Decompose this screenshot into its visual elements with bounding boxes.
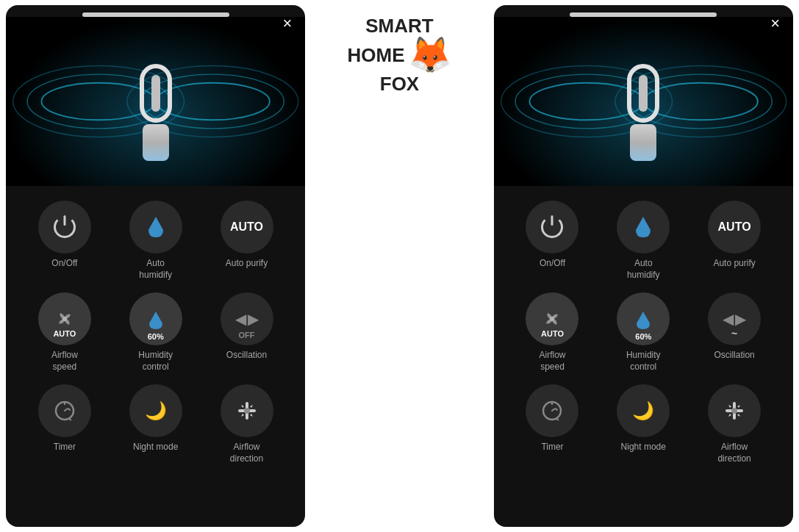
moon-icon-right: 🌙 bbox=[632, 400, 654, 421]
svg-point-27 bbox=[731, 408, 737, 414]
svg-point-13 bbox=[244, 408, 250, 414]
control-airflow-speed-left: AUTO Airflowspeed bbox=[28, 292, 101, 373]
control-oscillation-right: ◀ ▶ ~ Oscillation bbox=[698, 292, 771, 373]
oscillation-label-right: Oscillation bbox=[714, 350, 754, 362]
water-icon-left bbox=[147, 215, 165, 239]
control-timer-right: Timer bbox=[516, 384, 590, 464]
osc-icon-left: ◀ ▶ bbox=[235, 310, 259, 328]
control-auto-purify-right: AUTO Auto purify bbox=[698, 201, 771, 281]
fan-icon-left bbox=[54, 309, 75, 329]
humidity-button-right[interactable]: 60% bbox=[617, 292, 670, 345]
humidity-water-icon-left bbox=[148, 310, 164, 331]
timer-button-left[interactable] bbox=[38, 384, 91, 437]
auto-purify-label-right: Auto purify bbox=[713, 258, 755, 270]
humidity-val-left: 60% bbox=[129, 332, 182, 341]
auto-purify-button-right[interactable]: AUTO bbox=[708, 201, 761, 254]
moon-icon-left: 🌙 bbox=[145, 400, 167, 421]
humidity-label-left: Humiditycontrol bbox=[138, 350, 173, 373]
airflow-dir-button-right[interactable] bbox=[708, 384, 761, 437]
power-label-left: On/Off bbox=[51, 258, 77, 270]
device-image-right bbox=[494, 17, 793, 186]
control-airflow-dir-right: Airflowdirection bbox=[698, 384, 771, 464]
control-power-right: On/Off bbox=[516, 201, 590, 281]
water-icon-right bbox=[634, 215, 652, 239]
airflow-speed-button-right[interactable]: AUTO bbox=[526, 292, 578, 345]
control-auto-purify-left: AUTO Auto purify bbox=[210, 201, 284, 281]
oscillation-val-right: ~ bbox=[708, 328, 761, 339]
timer-label-right: Timer bbox=[541, 442, 563, 453]
dyson-ring-left bbox=[140, 64, 172, 123]
control-humidity-right: 60% Humiditycontrol bbox=[606, 292, 680, 373]
humidity-button-left[interactable]: 60% bbox=[129, 292, 182, 345]
airflow-dir-icon-right bbox=[723, 399, 746, 423]
oscillation-label-left: Oscillation bbox=[226, 350, 267, 362]
svg-line-10 bbox=[69, 419, 71, 420]
humidity-label-right: Humiditycontrol bbox=[626, 350, 661, 373]
control-timer-left: Timer bbox=[28, 384, 101, 464]
page-wrapper: × bbox=[0, 0, 799, 532]
auto-purify-text-right: AUTO bbox=[718, 220, 751, 234]
logo-text-block: SMART HOME 🦊 FOX bbox=[348, 15, 452, 96]
control-airflow-speed-right: AUTO Airflowspeed bbox=[516, 292, 590, 373]
control-night-mode-left: 🌙 Night mode bbox=[119, 384, 193, 464]
fox-emoji: 🦊 bbox=[408, 37, 452, 73]
device-image-left bbox=[6, 17, 305, 186]
dyson-base-left bbox=[143, 124, 169, 161]
control-power-left: On/Off bbox=[28, 201, 101, 281]
control-auto-humidify-left: Autohumidify bbox=[119, 201, 193, 281]
airflow-speed-button-left[interactable]: AUTO bbox=[38, 292, 91, 345]
airflow-speed-sub-left: AUTO bbox=[38, 329, 91, 338]
auto-humidify-label-left: Autohumidify bbox=[139, 258, 172, 281]
auto-purify-label-left: Auto purify bbox=[226, 258, 268, 270]
power-icon-left bbox=[54, 216, 76, 238]
timer-button-right[interactable] bbox=[526, 384, 578, 437]
timer-icon-right bbox=[541, 400, 563, 422]
airflow-dir-label-right: Airflowdirection bbox=[717, 442, 750, 464]
humidity-water-icon-right bbox=[635, 310, 651, 331]
control-oscillation-left: ◀ ▶ OFF Oscillation bbox=[210, 292, 284, 373]
auto-humidify-button-right[interactable] bbox=[617, 201, 670, 254]
control-auto-humidify-right: Autohumidify bbox=[606, 201, 680, 281]
logo-line2: HOME bbox=[348, 44, 405, 67]
dyson-device-left bbox=[140, 64, 172, 161]
night-mode-label-right: Night mode bbox=[621, 442, 666, 453]
oscillation-button-left[interactable]: ◀ ▶ OFF bbox=[221, 292, 273, 345]
airflow-speed-sub-right: AUTO bbox=[526, 329, 578, 338]
power-button-right[interactable] bbox=[526, 201, 578, 254]
airflow-speed-label-right: Airflowspeed bbox=[539, 350, 565, 373]
timer-label-left: Timer bbox=[54, 442, 76, 453]
airflow-dir-icon-left bbox=[235, 399, 259, 423]
control-humidity-left: 60% Humiditycontrol bbox=[119, 292, 193, 373]
fan-icon-right bbox=[542, 309, 562, 329]
airflow-speed-label-left: Airflowspeed bbox=[51, 350, 78, 373]
svg-line-24 bbox=[556, 419, 559, 420]
power-icon-right bbox=[541, 216, 563, 238]
humidity-val-right: 60% bbox=[617, 332, 670, 341]
close-button-left[interactable]: × bbox=[283, 15, 293, 32]
dyson-device-right bbox=[627, 64, 659, 161]
airflow-dir-button-left[interactable] bbox=[221, 384, 273, 437]
panel-left: × bbox=[6, 5, 305, 527]
dyson-ring-right bbox=[627, 64, 659, 123]
oscillation-button-right[interactable]: ◀ ▶ ~ bbox=[708, 292, 761, 345]
power-label-right: On/Off bbox=[540, 258, 565, 270]
power-button-left[interactable] bbox=[38, 201, 91, 254]
oscillation-val-left: OFF bbox=[221, 331, 273, 339]
night-mode-label-left: Night mode bbox=[133, 442, 178, 453]
night-mode-button-left[interactable]: 🌙 bbox=[129, 384, 182, 437]
auto-purify-button-left[interactable]: AUTO bbox=[221, 201, 273, 254]
dyson-base-right bbox=[630, 124, 656, 161]
osc-icon-right: ◀ ▶ bbox=[723, 310, 746, 328]
controls-grid-left: On/Off Autohumidify AUTO Auto purify bbox=[6, 186, 305, 480]
control-night-mode-right: 🌙 Night mode bbox=[606, 384, 680, 464]
night-mode-button-right[interactable]: 🌙 bbox=[617, 384, 670, 437]
close-button-right[interactable]: × bbox=[770, 15, 780, 32]
control-airflow-dir-left: Airflowdirection bbox=[210, 384, 284, 464]
timer-icon-left bbox=[54, 400, 76, 422]
auto-humidify-button-left[interactable] bbox=[129, 201, 182, 254]
controls-grid-right: On/Off Autohumidify AUTO Auto purify bbox=[494, 186, 793, 480]
auto-purify-text-left: AUTO bbox=[230, 220, 263, 234]
logo-line3: FOX bbox=[348, 73, 452, 96]
auto-humidify-label-right: Autohumidify bbox=[627, 258, 660, 281]
panel-right: × bbox=[494, 5, 793, 527]
